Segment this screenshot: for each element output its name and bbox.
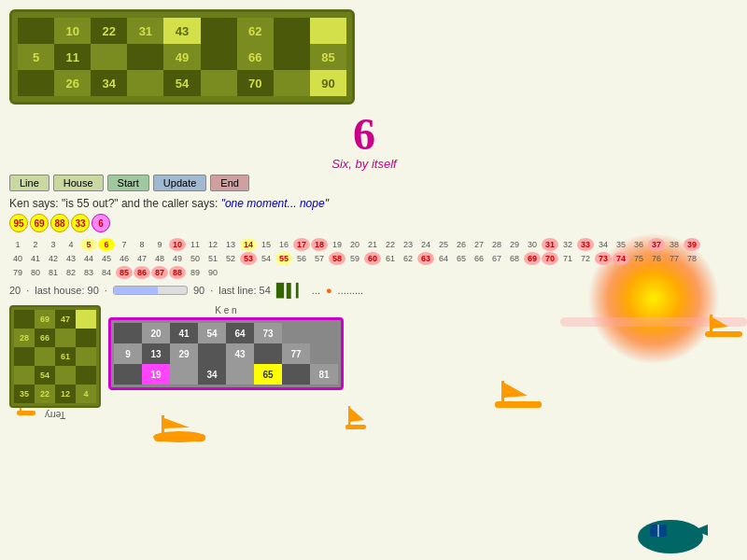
ng-48: 48 (151, 252, 168, 265)
action-buttons: Line House Start Update End (9, 175, 719, 191)
ng-4: 4 (63, 238, 79, 251)
progress-fill (114, 287, 158, 294)
ng-61: 61 (382, 252, 399, 265)
ng-86: 86 (134, 266, 150, 279)
ng-39: 39 (684, 238, 700, 251)
house-button[interactable]: House (53, 175, 104, 191)
terry-card: 69 47 28 66 61 (9, 305, 101, 408)
called-num-badge: 88 (50, 214, 69, 232)
ng-26: 26 (453, 238, 470, 251)
card-cell (18, 70, 54, 96)
status-sep3: · (210, 285, 213, 296)
called-num-badge: 33 (71, 214, 90, 232)
bar-chart-icon: ▊▌▎ (276, 283, 306, 298)
line-button[interactable]: Line (9, 175, 49, 191)
ng-33: 33 (577, 238, 594, 251)
start-button[interactable]: Start (107, 175, 149, 191)
ng-57: 57 (311, 252, 328, 265)
ng-53: 53 (240, 252, 257, 265)
card-cell: 34 (91, 70, 127, 96)
ng-42: 42 (45, 252, 62, 265)
ng-7: 7 (116, 238, 133, 251)
ng-5: 5 (80, 238, 97, 251)
card-cell: 90 (310, 70, 346, 96)
last-line: last line: 54 (218, 285, 271, 296)
card-cell: 31 (127, 18, 163, 44)
ng-35: 35 (613, 238, 629, 251)
progress-end: 90 (193, 285, 204, 296)
ng-69: 69 (524, 252, 541, 265)
ng-29: 29 (506, 238, 523, 251)
ng-36: 36 (630, 238, 647, 251)
ken-name-label: K e n (215, 305, 236, 315)
terry-name-label: Terry (45, 410, 65, 420)
card-cell: 85 (310, 44, 346, 70)
ng-9: 9 (151, 238, 168, 251)
ng-82: 82 (63, 266, 79, 279)
ng-75: 75 (630, 252, 647, 265)
ken-card: 20 41 54 64 73 9 13 29 43 77 (108, 317, 344, 390)
card-cell: 66 (237, 44, 274, 70)
ng-3: 3 (45, 238, 62, 251)
card-cell (201, 70, 237, 96)
card-cell: 70 (237, 70, 274, 96)
card-cell: 43 (163, 18, 200, 44)
card-cell (274, 44, 310, 70)
ng-87: 87 (151, 266, 168, 279)
ng-72: 72 (577, 252, 594, 265)
grid-row-2: 40 41 42 43 44 45 46 47 48 49 50 51 52 5… (9, 252, 719, 265)
svg-rect-11 (154, 434, 205, 441)
card-cell: 26 (54, 70, 91, 96)
ng-76: 76 (648, 252, 665, 265)
card-cell (201, 44, 237, 70)
ng-32: 32 (559, 238, 576, 251)
called-num-badge: 6 (92, 214, 110, 232)
ng-24: 24 (417, 238, 434, 251)
number-label: Six, by itself (9, 157, 719, 171)
card-cell: 10 (54, 18, 91, 44)
svg-rect-21 (650, 525, 667, 537)
ng-1: 1 (9, 238, 26, 251)
ng-66: 66 (471, 252, 487, 265)
ng-74: 74 (613, 252, 629, 265)
ng-51: 51 (204, 252, 221, 265)
ng-38: 38 (666, 238, 683, 251)
end-button[interactable]: End (210, 175, 249, 191)
svg-point-20 (654, 529, 659, 535)
ng-40: 40 (9, 252, 26, 265)
ng-85: 85 (116, 266, 133, 279)
number-grid: 1 2 3 4 5 6 7 8 9 10 11 12 13 14 15 16 1… (9, 238, 719, 279)
ng-90: 90 (204, 266, 221, 279)
called-num-badge: 69 (30, 214, 49, 232)
ng-84: 84 (98, 266, 115, 279)
ng-31: 31 (542, 238, 558, 251)
top-bingo-card: 10 22 31 43 62 5 11 49 66 85 (9, 9, 355, 105)
ng-44: 44 (80, 252, 97, 265)
card-cell (274, 18, 310, 44)
card-cell: 5 (18, 44, 54, 70)
ng-22: 22 (382, 238, 399, 251)
card-cell: 54 (163, 70, 200, 96)
card-cell (310, 18, 346, 44)
ng-59: 59 (346, 252, 363, 265)
update-button[interactable]: Update (153, 175, 206, 191)
ng-81: 81 (45, 266, 62, 279)
ng-46: 46 (116, 252, 133, 265)
svg-point-14 (153, 431, 205, 442)
ng-70: 70 (542, 252, 558, 265)
ng-77: 77 (666, 252, 683, 265)
ng-52: 52 (222, 252, 239, 265)
ng-14: 14 (240, 238, 257, 251)
card-cell: 62 (237, 18, 274, 44)
status-bar: 20 · last house: 90 · 90 · last line: 54… (9, 283, 719, 298)
ng-88: 88 (169, 266, 186, 279)
ng-60: 60 (364, 252, 381, 265)
ng-25: 25 (435, 238, 452, 251)
ng-18: 18 (311, 238, 328, 251)
ng-56: 56 (293, 252, 310, 265)
ng-64: 64 (435, 252, 452, 265)
ng-10: 10 (169, 238, 186, 251)
ng-45: 45 (98, 252, 115, 265)
caller-response: "one moment... nope" (221, 197, 329, 210)
current-number: 6 (9, 112, 719, 157)
